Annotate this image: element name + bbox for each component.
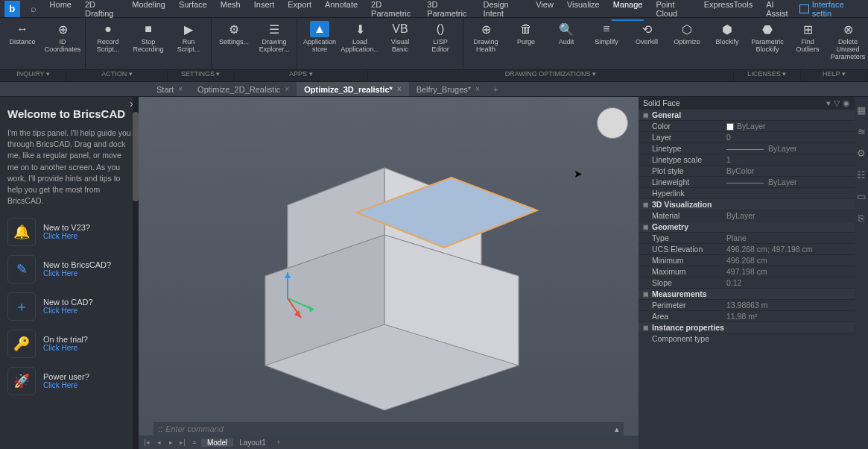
structure-icon[interactable]: ☷ [857, 169, 866, 180]
close-tab-icon[interactable]: × [397, 85, 402, 93]
prop-row[interactable]: UCS Elevation496.268 cm; 497.198 cm [639, 243, 855, 254]
ribbon-overkill[interactable]: ⟲Overkill [627, 21, 666, 61]
attach-icon[interactable]: ⎘ [858, 213, 864, 224]
prop-value[interactable]: 0 [726, 133, 855, 142]
file-tab[interactable]: Optimize_2D_Realistic× [190, 82, 297, 96]
ribbon-lisp[interactable]: ()LISPEditor [421, 21, 460, 54]
prop-row[interactable]: ColorByLayer [639, 120, 855, 131]
prop-row[interactable]: MaterialByLayer [639, 210, 855, 221]
prop-row[interactable]: LineweightByLayer [639, 176, 855, 187]
ribbon-parametric[interactable]: ⬣ParametricBlockify [748, 21, 787, 61]
prop-value[interactable] [726, 334, 855, 343]
tip-card[interactable]: 🔑On the trial?Click Here [7, 330, 131, 358]
layout-next-icon[interactable]: ▸ [165, 439, 176, 446]
prop-section-instance-properties[interactable]: ▣Instance properties [639, 321, 855, 333]
search-icon[interactable]: ⌕ [31, 3, 37, 14]
ribbon-visual[interactable]: VBVisualBasic [381, 21, 419, 54]
close-tab-icon[interactable]: × [475, 85, 480, 93]
ribbon-drawing[interactable]: ☰DrawingExplorer... [255, 21, 294, 54]
ribbon-find[interactable]: ⊞FindOutliers [788, 21, 827, 61]
ribbon-delete-unused[interactable]: ⊗Delete UnusedParameters [829, 21, 867, 61]
file-tab[interactable]: Start× [149, 82, 190, 96]
ribbon-record[interactable]: ●RecordScript... [89, 21, 127, 54]
tip-link[interactable]: Click Here [43, 232, 90, 240]
ribbon-drawing[interactable]: ⊕DrawingHealth [466, 21, 505, 61]
prop-row[interactable]: Maximum497.198 cm [639, 266, 855, 277]
props-pick-icon[interactable]: ◉ [843, 98, 850, 107]
viewcube[interactable] [597, 107, 628, 139]
layout-list-icon[interactable]: ≡ [189, 439, 200, 446]
app-logo[interactable]: b [4, 1, 20, 17]
prop-value[interactable]: 496.268 cm; 497.198 cm [726, 245, 855, 254]
tool-icon[interactable]: ⚙ [857, 148, 866, 159]
ribbon-group-drawing-optimizations[interactable]: DRAWING OPTIMIZATIONS ▾ [368, 70, 734, 81]
props-dropdown-icon[interactable]: ▾ [826, 98, 831, 107]
prop-row[interactable]: Hyperlink [639, 187, 855, 198]
prop-value[interactable]: ByLayer [726, 178, 855, 186]
prop-value[interactable]: 11.98 m² [726, 312, 855, 321]
prop-value[interactable]: ByColor [726, 166, 855, 175]
ribbon-group-apps[interactable]: APPS ▾ [235, 70, 368, 81]
layout-last-icon[interactable]: ▸| [177, 439, 188, 446]
ribbon-group-licenses[interactable]: LICENSES ▾ [734, 70, 801, 81]
prop-row[interactable]: Area11.98 m² [639, 310, 855, 321]
props-filter-icon[interactable]: ▽ [834, 98, 840, 107]
ribbon-run[interactable]: ▶RunScript... [169, 21, 208, 54]
prop-section-general[interactable]: ▣General [639, 109, 855, 120]
prop-row[interactable]: Perimeter13.98863 m [639, 299, 855, 310]
prop-row[interactable]: Plot styleByColor [639, 165, 855, 176]
prop-row[interactable]: Component type [639, 333, 855, 344]
command-expand-icon[interactable]: ▴ [615, 424, 619, 434]
tip-link[interactable]: Click Here [43, 381, 89, 389]
ribbon-distance[interactable]: ↔Distance [3, 21, 42, 54]
ribbon-group-action[interactable]: ACTION ▾ [67, 70, 168, 81]
layout-tab-layout1[interactable]: Layout1 [233, 439, 272, 447]
panel-icon[interactable]: ▦ [857, 104, 866, 116]
prop-row[interactable]: TypePlane [639, 232, 855, 243]
prop-value[interactable]: ByLayer [726, 144, 855, 153]
3d-viewport[interactable]: :: ▴ |◂ ◂ ▸ ▸| ≡ ModelLayout1 + [139, 97, 639, 449]
ribbon-optimize[interactable]: ⬡Optimize [668, 21, 706, 61]
prop-value[interactable] [726, 189, 855, 198]
tip-card[interactable]: 🔔New to V23?Click Here [7, 218, 131, 246]
prop-value[interactable]: 0.12 [726, 278, 855, 287]
prop-section-measurements[interactable]: ▣Measurements [639, 288, 855, 299]
prop-value[interactable]: 496.268 cm [726, 256, 855, 265]
ribbon-settings-[interactable]: ⚙Settings... [215, 21, 253, 54]
ribbon-audit[interactable]: 🔍Audit [547, 21, 586, 61]
tip-link[interactable]: Click Here [43, 344, 88, 352]
ribbon-application[interactable]: ▲Applicationstore [300, 21, 339, 54]
prop-row[interactable]: Slope0.12 [639, 277, 855, 288]
file-tab[interactable]: Optimize_3D_realistic*× [297, 82, 408, 96]
layout-first-icon[interactable]: |◂ [142, 439, 152, 446]
ribbon-load[interactable]: ⬇LoadApplication... [340, 21, 379, 54]
layer-icon[interactable]: ≋ [858, 126, 866, 137]
layout-tab-model[interactable]: Model [201, 439, 233, 447]
interface-settings-button[interactable]: Interface settin [793, 0, 868, 18]
command-bar[interactable]: :: ▴ [153, 422, 624, 436]
tip-link[interactable]: Click Here [43, 307, 93, 315]
file-tab[interactable]: Belfry_Bruges*× [409, 82, 487, 96]
ribbon-group-settings[interactable]: SETTINGS ▾ [168, 70, 235, 81]
prop-row[interactable]: Linetype scale1 [639, 154, 855, 165]
ribbon-stop[interactable]: ■StopRecording [129, 21, 168, 54]
prop-value[interactable]: 1 [726, 155, 855, 164]
prop-value[interactable]: Plane [726, 233, 855, 242]
layout-add-icon[interactable]: + [273, 439, 284, 446]
prop-section-3d-visualization[interactable]: ▣3D Visualization [639, 198, 855, 210]
prop-row[interactable]: Layer0 [639, 131, 855, 142]
prop-row[interactable]: Minimum496.268 cm [639, 254, 855, 266]
sheet-icon[interactable]: ▭ [857, 191, 866, 202]
tip-card[interactable]: 🚀Power user?Click Here [7, 367, 131, 395]
command-input[interactable] [165, 424, 615, 433]
ribbon-group-help[interactable]: HELP ▾ [801, 70, 868, 81]
prop-section-geometry[interactable]: ▣Geometry [639, 221, 855, 232]
close-tab-icon[interactable]: × [178, 85, 183, 93]
ribbon-id[interactable]: ⊕IDCoordinates [43, 21, 82, 54]
prop-row[interactable]: LinetypeByLayer [639, 142, 855, 154]
prop-value[interactable]: ByLayer [726, 122, 855, 131]
prop-value[interactable]: 13.98863 m [726, 301, 855, 310]
prop-value[interactable]: 497.198 cm [726, 267, 855, 276]
ribbon-purge[interactable]: 🗑Purge [507, 21, 545, 61]
tip-link[interactable]: Click Here [43, 269, 111, 277]
